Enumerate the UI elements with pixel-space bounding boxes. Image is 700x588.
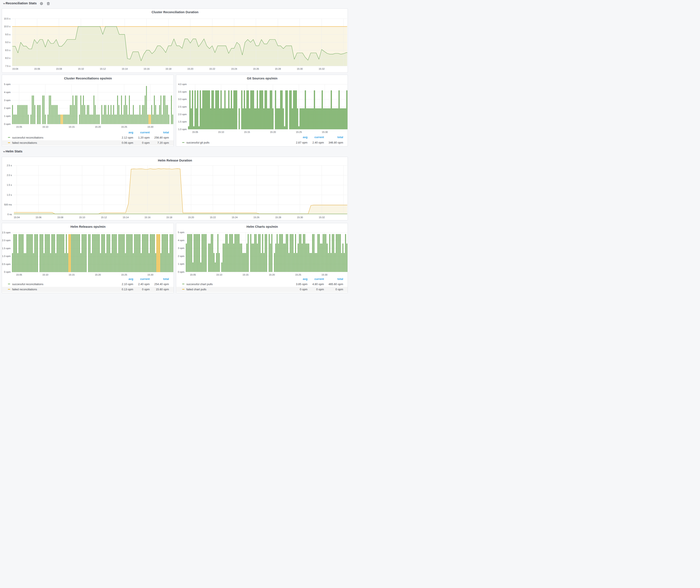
svg-text:15:25: 15:25	[121, 126, 127, 128]
svg-text:15:12: 15:12	[101, 216, 107, 219]
svg-text:Helm Release Duration: Helm Release Duration	[158, 159, 192, 162]
svg-text:0 opm: 0 opm	[316, 288, 324, 291]
svg-text:failed reconciliations: failed reconciliations	[12, 141, 37, 144]
svg-text:500 ms: 500 ms	[4, 203, 12, 206]
svg-text:15:18: 15:18	[166, 216, 172, 219]
svg-text:15:14: 15:14	[122, 68, 128, 70]
svg-text:7.20 opm: 7.20 opm	[157, 141, 169, 144]
svg-text:15:10: 15:10	[218, 131, 224, 133]
svg-text:1.0 opm: 1.0 opm	[2, 255, 11, 257]
svg-text:15:20: 15:20	[188, 216, 194, 219]
svg-text:Git Sources ops/min: Git Sources ops/min	[247, 77, 277, 80]
svg-text:2.5 s: 2.5 s	[7, 164, 12, 167]
svg-text:2.5 opm: 2.5 opm	[178, 105, 187, 108]
svg-text:current: current	[140, 277, 150, 281]
svg-text:15:12: 15:12	[100, 68, 106, 70]
svg-text:successful reconciliations: successful reconciliations	[12, 283, 43, 286]
svg-text:15:20: 15:20	[187, 68, 194, 70]
svg-text:15:05: 15:05	[16, 126, 22, 128]
svg-text:3 opm: 3 opm	[178, 247, 184, 249]
svg-text:15:30: 15:30	[322, 131, 328, 133]
svg-text:15:16: 15:16	[144, 216, 150, 219]
svg-text:15:06: 15:06	[34, 68, 40, 70]
svg-text:0 opm: 0 opm	[178, 271, 184, 273]
svg-text:0.06 opm: 0.06 opm	[122, 141, 133, 144]
svg-text:15:30: 15:30	[147, 126, 153, 128]
svg-text:1 opm: 1 opm	[178, 263, 184, 265]
svg-text:15:25: 15:25	[295, 273, 301, 276]
svg-text:1.20 opm: 1.20 opm	[138, 136, 150, 139]
svg-text:15:10: 15:10	[216, 273, 222, 276]
svg-text:Helm Releases ops/min: Helm Releases ops/min	[71, 225, 106, 228]
svg-text:0 opm: 0 opm	[142, 141, 150, 144]
svg-text:8.0 s: 8.0 s	[5, 57, 10, 59]
svg-text:15:30: 15:30	[297, 68, 303, 70]
svg-text:10.0 s: 10.0 s	[4, 25, 10, 28]
svg-text:15:20: 15:20	[95, 126, 101, 128]
svg-text:8.5 s: 8.5 s	[5, 49, 10, 52]
svg-text:4 opm: 4 opm	[4, 91, 11, 94]
svg-text:15:28: 15:28	[275, 216, 281, 219]
svg-text:15:05: 15:05	[16, 273, 22, 276]
svg-text:15:10: 15:10	[79, 216, 85, 219]
svg-text:15:16: 15:16	[144, 68, 150, 70]
svg-text:total: total	[163, 131, 169, 134]
svg-text:15:22: 15:22	[209, 68, 215, 70]
svg-text:15:22: 15:22	[210, 216, 216, 219]
svg-text:1.5 opm: 1.5 opm	[2, 247, 11, 250]
svg-text:avg: avg	[303, 136, 307, 139]
svg-text:2.40 opm: 2.40 opm	[138, 283, 150, 286]
svg-text:15:25: 15:25	[121, 273, 127, 276]
svg-text:successful chart pulls: successful chart pulls	[186, 283, 213, 286]
svg-text:Cluster Reconciliations ops/mi: Cluster Reconciliations ops/min	[64, 77, 112, 80]
svg-text:5 opm: 5 opm	[4, 83, 11, 86]
svg-text:15:10: 15:10	[78, 68, 84, 70]
svg-text:15:04: 15:04	[14, 216, 20, 219]
svg-text:total: total	[337, 277, 343, 281]
svg-text:15:15: 15:15	[244, 131, 250, 133]
svg-text:total: total	[337, 136, 343, 139]
svg-text:15:25: 15:25	[296, 131, 302, 133]
svg-text:15:32: 15:32	[319, 216, 325, 219]
svg-text:failed chart pulls: failed chart pulls	[186, 288, 206, 291]
svg-text:0 opm: 0 opm	[142, 288, 150, 291]
svg-text:15:08: 15:08	[57, 216, 63, 219]
svg-text:15.60 opm: 15.60 opm	[156, 288, 169, 291]
svg-text:15:04: 15:04	[12, 68, 18, 70]
svg-text:3.5 opm: 3.5 opm	[178, 90, 187, 93]
svg-text:current: current	[314, 277, 324, 281]
svg-text:successful git pulls: successful git pulls	[186, 141, 210, 144]
svg-text:15:05: 15:05	[190, 273, 196, 276]
svg-text:5 opm: 5 opm	[178, 231, 184, 234]
svg-text:465.60 opm: 465.60 opm	[328, 283, 343, 286]
svg-text:15:20: 15:20	[270, 131, 276, 133]
svg-text:2.40 opm: 2.40 opm	[312, 141, 324, 144]
svg-text:256.80 opm: 256.80 opm	[154, 136, 169, 139]
svg-text:15:15: 15:15	[242, 273, 248, 276]
svg-text:avg: avg	[128, 277, 133, 281]
svg-text:9.5 s: 9.5 s	[5, 33, 10, 36]
svg-text:15:20: 15:20	[269, 273, 275, 276]
svg-text:2.0 opm: 2.0 opm	[2, 239, 11, 242]
svg-text:Cluster Reconciliation Duratio: Cluster Reconciliation Duration	[152, 10, 198, 14]
svg-text:15:10: 15:10	[42, 273, 48, 276]
svg-text:15:15: 15:15	[69, 126, 75, 128]
svg-text:2.5 opm: 2.5 opm	[2, 231, 11, 234]
svg-text:15:18: 15:18	[165, 68, 171, 70]
svg-text:1.5 opm: 1.5 opm	[178, 120, 187, 123]
svg-text:2 opm: 2 opm	[4, 107, 11, 109]
svg-text:0 opm: 0 opm	[335, 288, 343, 291]
svg-text:15:05: 15:05	[192, 131, 198, 133]
svg-text:4 opm: 4 opm	[178, 239, 184, 242]
svg-text:3 opm: 3 opm	[4, 99, 11, 102]
svg-text:2 opm: 2 opm	[178, 255, 184, 257]
svg-text:2.87 opm: 2.87 opm	[296, 141, 307, 144]
svg-text:0 opm: 0 opm	[4, 123, 11, 125]
svg-text:15:24: 15:24	[232, 216, 238, 219]
svg-text:2.12 opm: 2.12 opm	[122, 136, 133, 139]
svg-text:15:08: 15:08	[56, 68, 62, 70]
svg-text:4.0 opm: 4.0 opm	[178, 83, 187, 86]
svg-text:15:10: 15:10	[42, 126, 48, 128]
svg-text:15:26: 15:26	[253, 68, 259, 70]
svg-text:0 opm: 0 opm	[4, 271, 11, 273]
